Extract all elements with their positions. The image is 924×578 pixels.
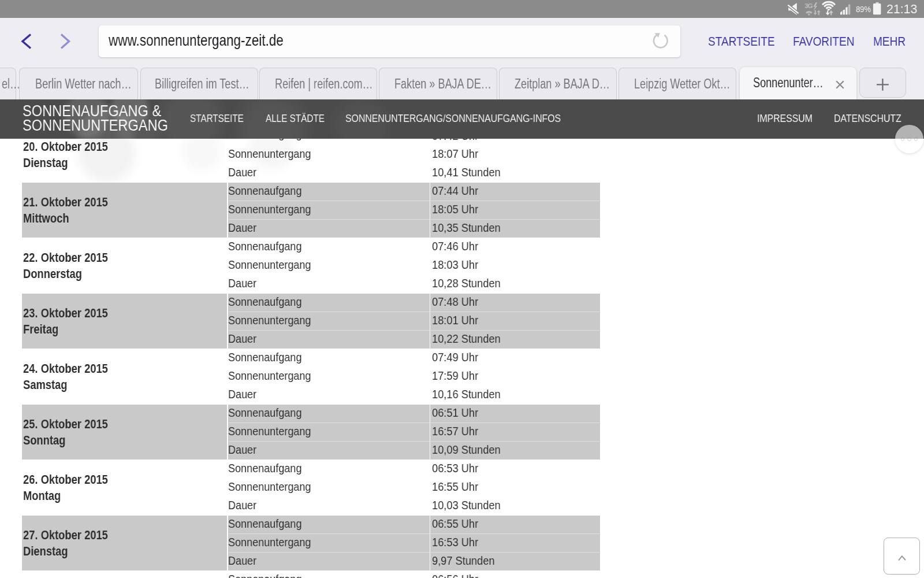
svg-text:3G: 3G xyxy=(804,2,813,9)
